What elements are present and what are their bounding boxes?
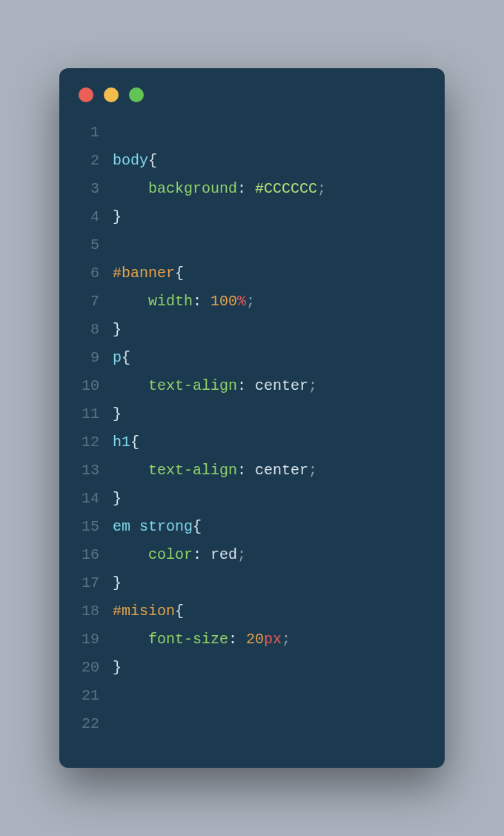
code-line: 16 color: red; bbox=[79, 541, 425, 569]
line-number: 2 bbox=[79, 147, 113, 175]
code-line: 14 } bbox=[79, 485, 425, 513]
code-line: 8 } bbox=[79, 316, 425, 344]
line-number: 17 bbox=[79, 569, 113, 597]
line-number: 14 bbox=[79, 485, 113, 513]
code-line: 17 } bbox=[79, 569, 425, 597]
value: red bbox=[210, 546, 237, 563]
property: font-size bbox=[148, 631, 228, 648]
line-content: } bbox=[113, 654, 425, 682]
line-content: #banner{ bbox=[113, 259, 425, 288]
line-number: 7 bbox=[79, 288, 113, 316]
colon: : bbox=[237, 462, 246, 479]
line-content: #mision{ bbox=[113, 597, 425, 626]
code-line: 6 #banner{ bbox=[79, 259, 425, 288]
line-number: 4 bbox=[79, 203, 113, 231]
brace-close: } bbox=[113, 321, 122, 338]
line-content: body{ bbox=[113, 147, 425, 175]
value: center bbox=[255, 377, 308, 394]
semicolon: ; bbox=[308, 462, 317, 479]
code-line: 2 body{ bbox=[79, 147, 425, 175]
brace-close: } bbox=[113, 574, 122, 591]
brace-close: } bbox=[113, 208, 122, 225]
selector: h1 bbox=[113, 434, 130, 451]
property: text-align bbox=[148, 377, 237, 394]
line-number: 9 bbox=[79, 344, 113, 372]
semicolon: ; bbox=[317, 180, 326, 197]
line-content: text-align: center; bbox=[113, 457, 425, 485]
minimize-icon[interactable] bbox=[104, 87, 119, 102]
code-line: 9 p{ bbox=[79, 344, 425, 372]
code-line: 20 } bbox=[79, 654, 425, 682]
selector: body bbox=[113, 152, 148, 169]
code-line: 18 #mision{ bbox=[79, 597, 425, 626]
code-line: 3 background: #CCCCCC; bbox=[79, 175, 425, 203]
line-content bbox=[113, 710, 425, 738]
brace-close: } bbox=[113, 490, 122, 507]
line-number: 22 bbox=[79, 710, 113, 738]
id-selector: #banner bbox=[113, 265, 175, 282]
line-number: 6 bbox=[79, 259, 113, 288]
line-content: } bbox=[113, 485, 425, 513]
line-content: color: red; bbox=[113, 541, 425, 569]
line-content: em strong{ bbox=[113, 513, 425, 541]
semicolon: ; bbox=[246, 293, 255, 310]
brace-open: { bbox=[122, 349, 130, 366]
selector: strong bbox=[139, 518, 193, 535]
semicolon: ; bbox=[308, 377, 317, 394]
number: 100 bbox=[210, 293, 237, 310]
code-line: 10 text-align: center; bbox=[79, 372, 425, 400]
line-number: 20 bbox=[79, 654, 113, 682]
brace-close: } bbox=[113, 659, 122, 676]
line-number: 16 bbox=[79, 541, 113, 569]
line-content bbox=[113, 682, 425, 710]
brace-open: { bbox=[148, 152, 157, 169]
line-number: 21 bbox=[79, 682, 113, 710]
code-line: 11 } bbox=[79, 400, 425, 428]
close-icon[interactable] bbox=[79, 87, 93, 102]
brace-open: { bbox=[175, 603, 184, 620]
code-line: 1 bbox=[79, 119, 425, 147]
brace-close: } bbox=[113, 405, 122, 422]
line-number: 3 bbox=[79, 175, 113, 203]
line-number: 11 bbox=[79, 400, 113, 428]
id-selector: #mision bbox=[113, 603, 175, 620]
colon: : bbox=[193, 546, 202, 563]
colon: : bbox=[193, 293, 202, 310]
code-line: 12 h1{ bbox=[79, 428, 425, 457]
line-number: 5 bbox=[79, 231, 113, 259]
editor-window: 1 2 body{ 3 background: #CCCCCC; 4 } 5 6… bbox=[59, 68, 445, 768]
colon: : bbox=[237, 377, 246, 394]
property: text-align bbox=[148, 462, 237, 479]
hex-value: #CCCCCC bbox=[255, 180, 317, 197]
line-content: } bbox=[113, 203, 425, 231]
line-content bbox=[113, 119, 425, 147]
code-line: 15 em strong{ bbox=[79, 513, 425, 541]
semicolon: ; bbox=[237, 546, 246, 563]
semicolon: ; bbox=[282, 631, 291, 648]
maximize-icon[interactable] bbox=[129, 87, 144, 102]
property: color bbox=[148, 546, 193, 563]
line-number: 1 bbox=[79, 119, 113, 147]
line-number: 19 bbox=[79, 626, 113, 654]
code-line: 22 bbox=[79, 710, 425, 738]
line-content: background: #CCCCCC; bbox=[113, 175, 425, 203]
colon: : bbox=[228, 631, 237, 648]
line-content bbox=[113, 231, 425, 259]
code-line: 4 } bbox=[79, 203, 425, 231]
line-number: 15 bbox=[79, 513, 113, 541]
code-line: 19 font-size: 20px; bbox=[79, 626, 425, 654]
line-content: } bbox=[113, 569, 425, 597]
line-content: text-align: center; bbox=[113, 372, 425, 400]
unit: % bbox=[237, 293, 246, 310]
line-content: } bbox=[113, 316, 425, 344]
line-number: 12 bbox=[79, 428, 113, 457]
line-content: width: 100%; bbox=[113, 288, 425, 316]
line-content: } bbox=[113, 400, 425, 428]
property: width bbox=[148, 293, 193, 310]
colon: : bbox=[237, 180, 246, 197]
code-line: 21 bbox=[79, 682, 425, 710]
line-number: 10 bbox=[79, 372, 113, 400]
brace-open: { bbox=[130, 434, 139, 451]
unit: px bbox=[264, 631, 282, 648]
line-content: p{ bbox=[113, 344, 425, 372]
